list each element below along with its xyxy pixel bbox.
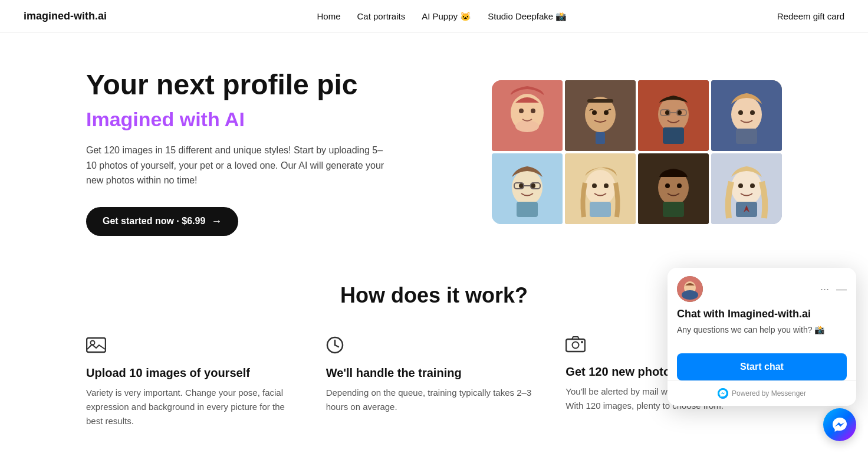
how-item-training-title: We'll handle the training — [326, 366, 542, 380]
hero-image-5 — [492, 153, 563, 224]
hero-image-1 — [492, 80, 563, 151]
nav-ai-puppy[interactable]: AI Puppy 🐱 — [422, 11, 471, 22]
how-item-training-desc: Depending on the queue, training typical… — [326, 386, 542, 414]
svg-rect-60 — [718, 388, 728, 399]
hero-text: Your next profile pic Imagined with AI G… — [86, 68, 393, 236]
hero-image-6 — [565, 153, 636, 224]
hero-description: Get 120 images in 15 different and uniqu… — [86, 143, 393, 188]
svg-point-21 — [731, 97, 762, 132]
chat-body: Chat with Imagined-with.ai Any questions… — [668, 308, 856, 344]
clock-icon — [326, 336, 542, 358]
how-item-upload-title: Upload 10 images of yourself — [86, 366, 303, 380]
chat-avatar — [677, 276, 703, 302]
chat-subtitle: Any questions we can help you with? 📸 — [677, 325, 847, 334]
chat-header: ··· — — [668, 268, 856, 308]
svg-point-22 — [738, 110, 743, 115]
nav-right: Redeem gift card — [777, 11, 844, 21]
svg-point-45 — [738, 183, 743, 188]
chat-bubble-icon — [831, 416, 848, 433]
svg-rect-49 — [87, 338, 106, 352]
svg-line-53 — [335, 345, 338, 347]
svg-point-13 — [658, 97, 689, 132]
start-chat-button[interactable]: Start chat — [677, 353, 847, 380]
how-item-training: We'll handle the training Depending on t… — [326, 336, 542, 428]
svg-point-23 — [750, 110, 755, 115]
how-item-upload-desc: Variety is very important. Change your p… — [86, 386, 303, 428]
svg-point-36 — [604, 183, 609, 188]
svg-point-44 — [731, 170, 762, 205]
svg-point-50 — [91, 340, 95, 344]
image-icon — [86, 336, 303, 358]
svg-point-46 — [750, 183, 755, 188]
nav-links: Home Cat portraits AI Puppy 🐱 Studio Dee… — [317, 11, 567, 22]
hero-image-3 — [638, 80, 709, 151]
hero-image-7 — [638, 153, 709, 224]
svg-point-56 — [581, 341, 583, 343]
powered-by-label: Powered by Messenger — [732, 389, 806, 398]
nav-cat-portraits[interactable]: Cat portraits — [357, 11, 405, 21]
nav-studio-deepfake[interactable]: Studio Deepfake 📸 — [488, 11, 567, 22]
chat-header-actions: ··· — — [820, 283, 847, 296]
chat-footer: Powered by Messenger — [668, 380, 856, 406]
site-logo[interactable]: imagined-with.ai — [24, 10, 107, 22]
svg-point-40 — [665, 183, 670, 188]
svg-point-35 — [592, 183, 597, 188]
svg-rect-37 — [590, 202, 611, 217]
hero-image-grid — [492, 80, 782, 224]
hero-image-8 — [711, 153, 782, 224]
svg-point-59 — [682, 290, 698, 300]
get-started-button[interactable]: Get started now · $6.99 → — [86, 207, 238, 236]
hero-image-2 — [565, 80, 636, 151]
hero-section: Your next profile pic Imagined with AI G… — [51, 33, 817, 260]
svg-point-55 — [573, 342, 579, 348]
hero-title: Your next profile pic — [86, 68, 393, 101]
svg-rect-32 — [517, 202, 538, 217]
svg-point-4 — [519, 109, 524, 113]
svg-point-41 — [677, 183, 682, 188]
chat-title: Chat with Imagined-with.ai — [677, 308, 847, 320]
svg-point-8 — [592, 110, 597, 115]
svg-point-3 — [515, 120, 539, 132]
svg-point-5 — [531, 109, 535, 113]
hero-subtitle: Imagined with AI — [86, 108, 393, 131]
svg-point-26 — [512, 170, 542, 205]
messenger-icon — [718, 388, 728, 399]
nav-home[interactable]: Home — [317, 11, 340, 21]
chat-widget: ··· — Chat with Imagined-with.ai Any que… — [668, 268, 856, 406]
svg-rect-24 — [736, 129, 757, 144]
chat-minimize-button[interactable]: — — [836, 283, 847, 296]
arrow-icon: → — [211, 215, 222, 228]
svg-rect-11 — [596, 132, 605, 144]
chat-more-options-button[interactable]: ··· — [820, 283, 829, 296]
hero-image-4 — [711, 80, 782, 151]
svg-point-34 — [585, 170, 616, 205]
svg-rect-42 — [663, 202, 684, 217]
cta-label: Get started now · $6.99 — [103, 216, 205, 226]
svg-rect-16 — [663, 127, 684, 144]
how-item-upload: Upload 10 images of yourself Variety is … — [86, 336, 303, 428]
navbar: imagined-with.ai Home Cat portraits AI P… — [0, 0, 868, 33]
svg-rect-10 — [587, 99, 613, 103]
chat-bubble-button[interactable] — [823, 408, 856, 441]
redeem-gift-card-button[interactable]: Redeem gift card — [777, 11, 844, 21]
